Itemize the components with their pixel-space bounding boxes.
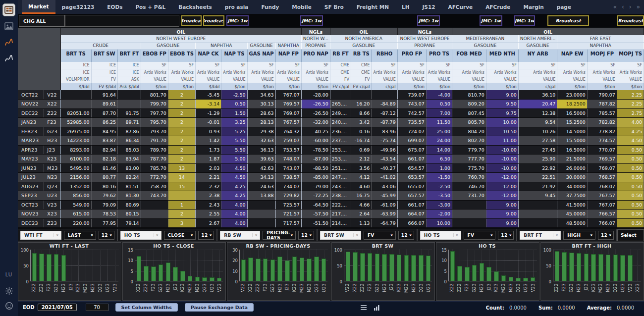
period-select-6[interactable]: 12∨ — [598, 231, 614, 240]
grid-cell[interactable]: 12.38 — [518, 108, 557, 118]
grid-cell[interactable]: 34.0000 — [557, 182, 588, 191]
broadcast-button[interactable]: Broadcast — [547, 15, 589, 26]
grid-cell[interactable]: 25.00 — [426, 127, 452, 136]
grid-cell[interactable]: 807.45 — [452, 108, 486, 118]
grid-cell[interactable]: 615.00 — [60, 210, 91, 219]
grid-cell[interactable]: 26975.00 — [60, 127, 91, 136]
grid-cell[interactable]: 87.70 — [91, 108, 118, 118]
grid-cell[interactable] — [518, 210, 557, 219]
grid-cell[interactable]: 14 — [168, 173, 195, 182]
tab-page[interactable]: page — [550, 0, 578, 14]
grid-cell[interactable]: 0.50 — [617, 182, 644, 191]
grid-cell[interactable]: 1.73 — [195, 145, 221, 155]
grid-cell[interactable]: -87.12 — [372, 108, 397, 118]
grid-cell[interactable]: 769.57 — [275, 100, 301, 109]
grid-cell[interactable]: 717.57 — [275, 218, 301, 228]
grid-cell[interactable]: 24.63 — [247, 182, 275, 191]
instrument-select-5[interactable]: HO TS∨ — [420, 231, 461, 240]
grid-cell[interactable]: -83.96 — [372, 127, 397, 136]
grid-cell[interactable]: 764.32 — [275, 127, 301, 136]
grid-cell[interactable]: 0.50 — [221, 100, 247, 109]
grid-cell[interactable]: 79.09 — [91, 200, 118, 210]
grid-cell[interactable]: 721.57 — [275, 210, 301, 219]
grid-cell[interactable]: 743.70 — [141, 191, 168, 201]
grid-cell[interactable]: 768.07 — [587, 182, 617, 191]
grid-cell[interactable]: 4.00 — [221, 200, 247, 210]
grid-cell[interactable]: 27.45 — [518, 145, 557, 155]
metric-select-2[interactable]: CLOSE∨ — [164, 231, 196, 240]
grid-cell[interactable]: 251.... — [330, 163, 351, 173]
grid-cell[interactable]: 80.16 — [91, 182, 118, 191]
period-select-2[interactable]: 12∨ — [198, 231, 214, 240]
grid-cell[interactable]: 789.70 — [141, 145, 168, 155]
grid-cell[interactable]: -57.50 — [301, 210, 330, 219]
grid-cell[interactable]: 769.07 — [587, 163, 617, 173]
grid-cell[interactable]: 240.... — [330, 118, 351, 127]
grid-cell[interactable]: 265.... — [330, 100, 351, 109]
grid-cell[interactable]: 666.07 — [397, 218, 426, 228]
grid-cell[interactable]: 787.70 — [141, 155, 168, 164]
grid-cell[interactable]: 80.77 — [91, 173, 118, 182]
grid-cell[interactable]: 8293.00 — [60, 145, 91, 155]
grid-cell[interactable] — [330, 90, 351, 100]
grid-cell[interactable] — [372, 90, 397, 100]
grid-cell[interactable]: 2.03 — [195, 163, 221, 173]
grid-cell[interactable]: 2.12 — [351, 155, 372, 164]
grid-cell[interactable]: 7.00 — [426, 108, 452, 118]
grid-cell[interactable]: -26.50 — [301, 100, 330, 109]
grid-cell[interactable]: 37.7500 — [557, 191, 588, 201]
broadcast-button[interactable]: Broadcast — [617, 15, 644, 26]
grid-cell[interactable]: 769.07 — [275, 108, 301, 118]
tab-page32123[interactable]: page32123 — [55, 0, 101, 14]
bar-chart-icon[interactable] — [372, 303, 381, 312]
grid-cell[interactable]: 80.15 — [118, 210, 141, 219]
grid-cell[interactable] — [452, 218, 486, 228]
grid-cell[interactable]: 2.75 — [617, 108, 644, 118]
grid-cell[interactable]: -79.00 — [301, 182, 330, 191]
grid-cell[interactable]: 4.00 — [221, 210, 247, 219]
grid-cell[interactable]: 48.5000 — [557, 218, 588, 228]
grid-cell[interactable]: 758.70 — [141, 182, 168, 191]
grid-cell[interactable]: 85.03 — [118, 145, 141, 155]
grid-cell[interactable]: 0.50 — [617, 145, 644, 155]
grid-cell[interactable]: 9.00 — [486, 210, 518, 219]
grid-cell[interactable]: -45.99 — [372, 191, 397, 201]
grid-cell[interactable]: -63.99 — [372, 210, 397, 219]
grid-cell[interactable]: -4.00 — [426, 90, 452, 100]
grid-cell[interactable]: 0.50 — [617, 200, 644, 210]
grid-cell[interactable]: 777.70 — [452, 155, 486, 164]
grid-cell[interactable]: 0.93 — [195, 127, 221, 136]
period-select-4[interactable]: 12∨ — [398, 231, 414, 240]
grid-cell[interactable]: 767.57 — [587, 191, 617, 201]
grid-cell[interactable]: 4.50 — [221, 163, 247, 173]
grid-cell[interactable]: 0.50 — [617, 163, 644, 173]
grid-cell[interactable]: 653.57 — [397, 173, 426, 182]
grid-cell[interactable]: 9.00 — [486, 200, 518, 210]
grid-cell[interactable]: 1.87 — [195, 155, 221, 164]
grid-cell[interactable]: 767.07 — [587, 200, 617, 210]
grid-cell[interactable]: 9.00 — [486, 218, 518, 228]
grid-cell[interactable]: 766.57 — [587, 210, 617, 219]
jmc-button[interactable]: JMC: 1w — [417, 15, 440, 26]
grid-cell[interactable]: 82.94 — [91, 145, 118, 155]
grid-cell[interactable]: 16.75 — [351, 191, 372, 201]
grid-cell[interactable]: 804.20 — [452, 127, 486, 136]
grid-cell[interactable]: -1.29 — [195, 108, 221, 118]
grid-cell[interactable]: 10.00 — [486, 118, 518, 127]
grid-cell[interactable]: 753.57 — [275, 145, 301, 155]
tab-freight-mn[interactable]: Freight MN — [350, 0, 395, 14]
tab-lh[interactable]: LH — [395, 0, 416, 14]
grid-cell[interactable]: -87.00 — [301, 155, 330, 164]
grid-cell[interactable]: -26.50 — [301, 108, 330, 118]
grid-cell[interactable]: -64.79 — [372, 218, 397, 228]
grid-cell[interactable]: 4.50 — [617, 136, 644, 146]
grid-cell[interactable]: 746.70 — [452, 182, 486, 191]
grid-cell[interactable]: 661.07 — [397, 200, 426, 210]
grid-cell[interactable]: 28.13 — [247, 118, 275, 127]
grid-cell[interactable]: 16.5000 — [557, 145, 588, 155]
tab-afcrude[interactable]: AFCrude — [479, 0, 517, 14]
grid-cell[interactable]: 775.70 — [452, 163, 486, 173]
eod-date-field[interactable]: 2021/07/05 — [38, 304, 77, 311]
grid-cell[interactable]: 14223.00 — [60, 136, 91, 146]
grid-cell[interactable]: -72.25 — [301, 191, 330, 201]
